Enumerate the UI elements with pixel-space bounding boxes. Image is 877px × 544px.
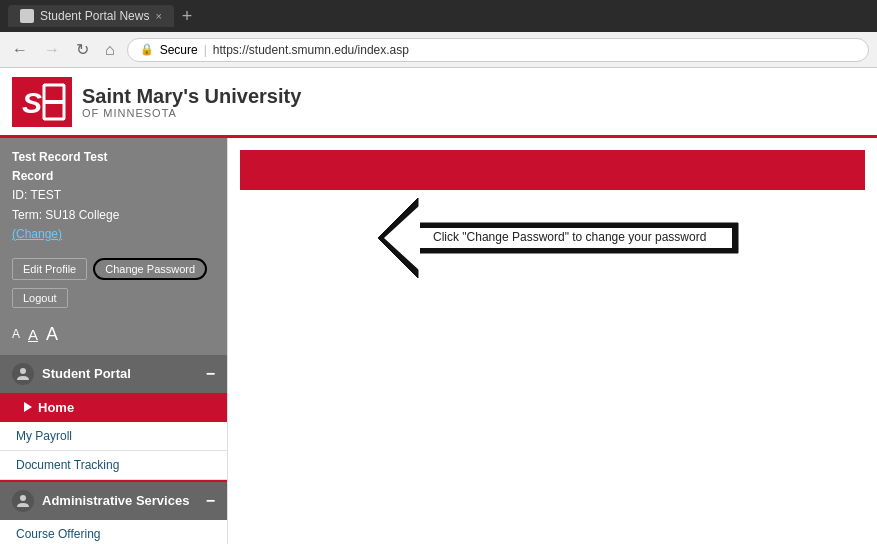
svg-rect-3 [44,103,64,119]
font-small-button[interactable]: A [12,327,20,341]
sidebar-item-course-offering[interactable]: Course Offering [0,520,227,544]
home-button[interactable]: ⌂ [101,39,119,61]
admin-icon [12,490,34,512]
secure-label: Secure [160,43,198,57]
admin-services-section[interactable]: Administrative Services − [0,480,227,520]
annotation-arrow: Click "Change Password" to change your p… [258,188,758,288]
refresh-button[interactable]: ↻ [72,38,93,61]
logout-button[interactable]: Logout [12,288,68,308]
sidebar-item-home[interactable]: Home [0,393,227,422]
student-portal-label: Student Portal [42,366,131,381]
main-content: Click "Change Password" to change your p… [228,138,877,544]
home-label: Home [38,400,74,415]
url-bar[interactable]: 🔒 Secure | https://student.smumn.edu/ind… [127,38,869,62]
user-name-line2: Record [12,167,215,186]
sidebar-item-my-payroll[interactable]: My Payroll [0,422,227,451]
university-logo: S [12,77,72,127]
change-password-button[interactable]: Change Password [93,258,207,280]
user-action-buttons: Edit Profile Change Password [0,254,227,288]
tab-label: Student Portal News [40,9,149,23]
annotation-text: Click "Change Password" to change your p… [433,230,706,244]
tab-page-icon [20,9,34,23]
logout-row: Logout [0,288,227,318]
university-name-line1: Saint Mary's University [82,85,301,107]
user-id: ID: TEST [12,186,215,205]
user-term: Term: SU18 College [12,206,215,225]
tab-close-icon[interactable]: × [155,10,161,22]
user-icon [12,363,34,385]
font-medium-button[interactable]: A [28,326,38,343]
font-controls: A A A [0,318,227,355]
svg-rect-2 [44,85,64,101]
secure-icon: 🔒 [140,43,154,56]
browser-tab[interactable]: Student Portal News × [8,5,174,27]
home-triangle-icon [24,402,32,412]
new-tab-button[interactable]: + [182,6,193,27]
site-header: S Saint Mary's University OF MINNESOTA [0,68,877,138]
university-name: Saint Mary's University OF MINNESOTA [82,85,301,119]
url-divider: | [204,43,207,57]
red-banner [240,150,865,190]
page-content: S Saint Mary's University OF MINNESOTA T… [0,68,877,544]
svg-point-10 [20,495,26,501]
user-name-line1: Test Record Test [12,148,215,167]
url-text: https://student.smumn.edu/index.asp [213,43,409,57]
university-name-line3: OF MINNESOTA [82,107,301,119]
back-button[interactable]: ← [8,39,32,61]
svg-point-9 [20,368,26,374]
collapse-admin-icon[interactable]: − [206,492,215,510]
change-term-link[interactable]: (Change) [12,225,215,244]
admin-services-label: Administrative Services [42,493,189,508]
svg-text:S: S [22,86,42,119]
forward-button[interactable]: → [40,39,64,61]
user-info: Test Record Test Record ID: TEST Term: S… [0,138,227,254]
edit-profile-button[interactable]: Edit Profile [12,258,87,280]
main-layout: Test Record Test Record ID: TEST Term: S… [0,138,877,544]
browser-addressbar: ← → ↻ ⌂ 🔒 Secure | https://student.smumn… [0,32,877,68]
font-large-button[interactable]: A [46,324,58,345]
browser-titlebar: Student Portal News × + [0,0,877,32]
student-portal-section[interactable]: Student Portal − [0,355,227,393]
sidebar: Test Record Test Record ID: TEST Term: S… [0,138,228,544]
collapse-student-portal-icon[interactable]: − [206,365,215,383]
sidebar-item-document-tracking[interactable]: Document Tracking [0,451,227,480]
